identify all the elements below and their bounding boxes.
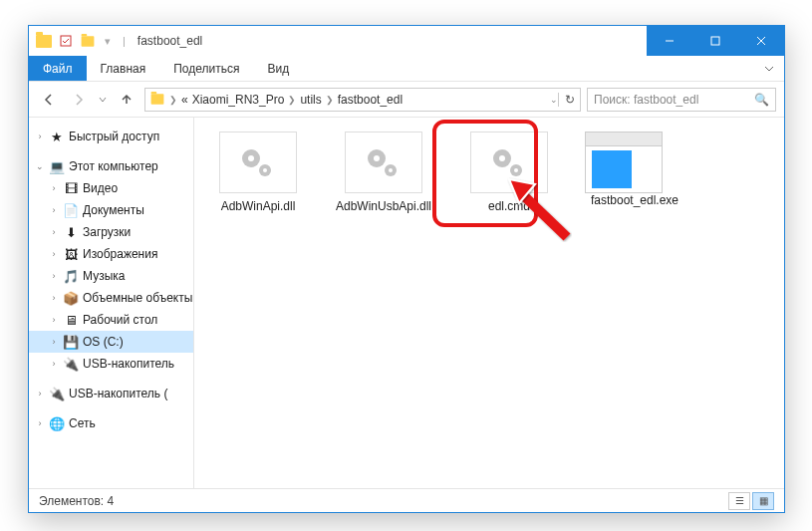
- file-list[interactable]: AdbWinApi.dll AdbWinUsbApi.dll edl.cmd f…: [194, 118, 784, 488]
- tree-os-c[interactable]: ›💾OS (C:): [29, 331, 193, 353]
- ribbon: Файл Главная Поделиться Вид: [29, 56, 784, 82]
- svg-rect-0: [61, 36, 71, 46]
- ribbon-expand-icon[interactable]: [754, 56, 784, 81]
- file-item[interactable]: edl.cmd: [459, 132, 559, 213]
- status-bar: Элементов: 4 ☰ ▦: [29, 488, 784, 512]
- nav-pane: ›★Быстрый доступ ⌄💻Этот компьютер ›🎞Виде…: [29, 118, 194, 488]
- status-item-count: Элементов: 4: [39, 494, 114, 508]
- svg-point-12: [389, 168, 393, 172]
- file-item[interactable]: AdbWinApi.dll: [208, 132, 308, 213]
- tab-file[interactable]: Файл: [29, 56, 87, 81]
- file-label: AdbWinApi.dll: [208, 199, 308, 213]
- file-label: AdbWinUsbApi.dll: [334, 199, 433, 213]
- svg-point-6: [248, 155, 254, 161]
- titlebar: ▾ | fastboot_edl: [29, 26, 784, 56]
- address-folder-icon: [151, 94, 164, 104]
- dll-icon: [345, 132, 422, 193]
- chevron-right-icon[interactable]: ❯: [288, 95, 296, 105]
- close-button[interactable]: [738, 26, 784, 56]
- forward-button[interactable]: [67, 88, 91, 112]
- address-dropdown-icon[interactable]: ⌄: [550, 95, 558, 105]
- crumb-1[interactable]: Xiaomi_RN3_Pro: [192, 93, 285, 107]
- tree-downloads[interactable]: ›⬇Загрузки: [29, 221, 193, 243]
- svg-point-14: [499, 155, 505, 161]
- app-icon: [35, 32, 53, 50]
- tree-pictures[interactable]: ›🖼Изображения: [29, 243, 193, 265]
- crumb-3[interactable]: fastboot_edl: [338, 93, 403, 107]
- chevron-right-icon[interactable]: ❯: [169, 95, 177, 105]
- tree-3dobjects[interactable]: ›📦Объемные объекты: [29, 287, 193, 309]
- svg-rect-2: [711, 37, 719, 45]
- qat-newfolder-icon[interactable]: [79, 32, 97, 50]
- explorer-window: ▾ | fastboot_edl Файл Главная Поделиться…: [28, 25, 785, 513]
- refresh-button[interactable]: ↻: [558, 93, 576, 107]
- tree-music[interactable]: ›🎵Музыка: [29, 265, 193, 287]
- window-title: fastboot_edl: [130, 34, 647, 48]
- search-icon[interactable]: 🔍: [754, 93, 769, 107]
- maximize-button[interactable]: [692, 26, 738, 56]
- file-label: edl.cmd: [459, 199, 559, 213]
- nav-row: ❯ « Xiaomi_RN3_Pro❯ utils❯ fastboot_edl …: [29, 82, 784, 118]
- file-item[interactable]: fastboot_edl.exe: [585, 132, 684, 207]
- crumb-root-hint: «: [181, 93, 188, 107]
- tree-documents[interactable]: ›📄Документы: [29, 199, 193, 221]
- file-item[interactable]: AdbWinUsbApi.dll: [334, 132, 433, 213]
- minimize-button[interactable]: [647, 26, 692, 56]
- tree-desktop[interactable]: ›🖥Рабочий стол: [29, 309, 193, 331]
- chevron-right-icon[interactable]: ❯: [326, 95, 334, 105]
- cmd-icon: [470, 132, 548, 193]
- exe-icon: [585, 132, 663, 193]
- recent-dropdown-icon[interactable]: [97, 88, 109, 112]
- search-input[interactable]: Поиск: fastboot_edl 🔍: [587, 88, 776, 112]
- tree-usb-2[interactable]: ›🔌USB-накопитель (: [29, 383, 193, 404]
- view-details-button[interactable]: ☰: [728, 492, 750, 510]
- svg-point-8: [263, 168, 267, 172]
- svg-point-16: [514, 168, 518, 172]
- tree-quick-access[interactable]: ›★Быстрый доступ: [29, 126, 193, 147]
- view-icons-button[interactable]: ▦: [752, 492, 774, 510]
- svg-point-10: [374, 155, 380, 161]
- tab-share[interactable]: Поделиться: [159, 56, 253, 81]
- tree-this-pc[interactable]: ⌄💻Этот компьютер: [29, 155, 193, 177]
- qat-properties-icon[interactable]: [57, 32, 75, 50]
- back-button[interactable]: [37, 88, 61, 112]
- file-label: fastboot_edl.exe: [585, 193, 684, 207]
- tab-home[interactable]: Главная: [87, 56, 160, 81]
- address-bar[interactable]: ❯ « Xiaomi_RN3_Pro❯ utils❯ fastboot_edl …: [144, 88, 581, 112]
- search-placeholder: Поиск: fastboot_edl: [594, 93, 698, 107]
- tree-usb-1[interactable]: ›🔌USB-накопитель: [29, 353, 193, 375]
- tree-network[interactable]: ›🌐Сеть: [29, 412, 193, 434]
- tree-videos[interactable]: ›🎞Видео: [29, 177, 193, 199]
- dll-icon: [219, 132, 297, 193]
- crumb-2[interactable]: utils: [300, 93, 321, 107]
- tab-view[interactable]: Вид: [253, 56, 303, 81]
- up-button[interactable]: [115, 88, 138, 112]
